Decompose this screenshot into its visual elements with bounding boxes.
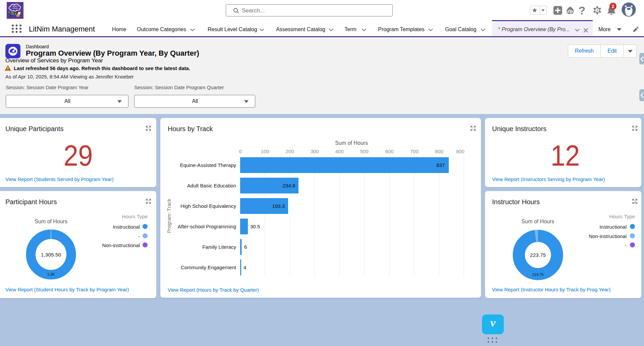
svg-text:Adult Basic Education: Adult Basic Education [187,183,236,188]
svg-text:30.5: 30.5 [250,224,260,229]
svg-text:700: 700 [410,149,418,154]
svg-text:300: 300 [310,149,319,154]
svg-text:800: 800 [435,149,443,154]
svg-text:500: 500 [360,149,368,154]
svg-text:High School Equivalency: High School Equivalency [180,203,236,209]
svg-text:Program: Track: Program: Track [166,198,172,233]
svg-text:219.75: 219.75 [532,273,544,277]
svg-text:Sum of Hours: Sum of Hours [335,140,368,146]
svg-text:1.3K: 1.3K [47,272,55,276]
svg-text:223.75: 223.75 [530,252,546,258]
svg-text:After-school Programming: After-school Programming [178,224,236,229]
svg-text:193.3: 193.3 [272,203,285,209]
svg-text:900: 900 [456,149,464,154]
svg-text:100: 100 [261,149,269,154]
svg-text:0: 0 [239,149,242,154]
svg-text:literacy: literacy [13,5,18,7]
svg-text:600: 600 [385,149,393,154]
svg-text:Family Literacy: Family Literacy [202,244,236,250]
svg-text:234.8: 234.8 [282,183,295,188]
svg-text:1,305.50: 1,305.50 [41,252,61,257]
svg-text:400: 400 [335,149,343,154]
svg-text:rainbows: rainbows [12,7,18,9]
svg-text:4: 4 [244,265,246,270]
svg-text:837: 837 [436,162,445,168]
svg-text:200: 200 [285,149,294,154]
svg-text:6: 6 [244,244,247,250]
svg-text:Equine-Assisted Therapy: Equine-Assisted Therapy [180,162,236,168]
svg-text:2: 2 [612,4,614,9]
svg-text:Community Engagement: Community Engagement [181,265,236,270]
